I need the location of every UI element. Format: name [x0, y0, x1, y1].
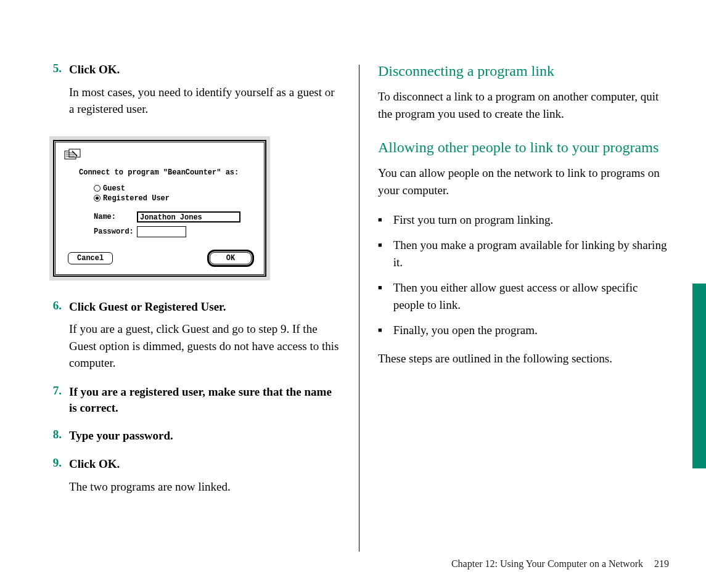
radio-label: Guest: [103, 184, 125, 193]
bullet-text: First you turn on program linking.: [393, 211, 554, 229]
list-item: ■ First you turn on program linking.: [378, 211, 669, 229]
step-number: 9.: [49, 456, 62, 472]
step-title: Click OK.: [69, 62, 120, 78]
page-content: 5. Click OK. In most cases, you need to …: [0, 0, 706, 552]
step-title: If you are a registered user, make sure …: [69, 384, 340, 415]
list-item: ■ Then you either allow guest access or …: [378, 279, 669, 313]
radio-group: Guest Registered User: [94, 184, 255, 203]
step-number: 8.: [49, 428, 62, 444]
step-title: Type your password.: [69, 428, 173, 444]
step-number: 5.: [49, 62, 62, 78]
chapter-label: Chapter 12: Using Your Computer on a Net…: [451, 558, 643, 569]
bullet-icon: ■: [378, 215, 382, 229]
bullet-text: Then you make a program available for li…: [393, 237, 669, 271]
cancel-button[interactable]: Cancel: [68, 252, 113, 264]
bullet-list: ■ First you turn on program linking. ■ T…: [378, 211, 669, 339]
heading-allowing: Allowing other people to link to your pr…: [378, 138, 669, 157]
list-item: ■ Then you make a program available for …: [378, 237, 669, 271]
radio-icon-selected: [94, 195, 101, 202]
name-label: Name:: [94, 213, 137, 221]
password-label: Password:: [94, 227, 137, 236]
paragraph: You can allow people on the network to l…: [378, 165, 669, 198]
paragraph: To disconnect a link to a program on ano…: [378, 88, 669, 122]
ok-button[interactable]: OK: [210, 252, 252, 264]
step-number: 7.: [49, 384, 62, 415]
radio-registered-user[interactable]: Registered User: [94, 194, 255, 203]
step-list: 5. Click OK. In most cases, you need to …: [49, 62, 340, 495]
edge-tab: [692, 284, 706, 468]
heading-disconnecting: Disconnecting a program link: [378, 62, 669, 81]
step-title: Click Guest or Registered User.: [69, 299, 226, 315]
step-body-text: The two programs are now linked.: [69, 478, 340, 496]
password-field-row: Password:: [94, 226, 255, 237]
step-6: 6. Click Guest or Registered User. If yo…: [49, 299, 340, 372]
left-column: 5. Click OK. In most cases, you need to …: [49, 62, 359, 552]
step-body-text: If you are a guest, click Guest and go t…: [69, 321, 340, 372]
program-link-icon: [64, 149, 81, 162]
radio-icon-unselected: [94, 185, 101, 192]
page-number: 219: [654, 558, 669, 569]
dialog-figure: Connect to program "BeanCounter" as: Gue…: [49, 136, 270, 280]
right-column: Disconnecting a program link To disconne…: [359, 62, 669, 552]
paragraph: These steps are outlined in the followin…: [378, 350, 669, 367]
name-field-row: Name: Jonathon Jones: [94, 211, 255, 223]
bullet-icon: ■: [378, 325, 382, 339]
bullet-text: Then you either allow guest access or al…: [393, 279, 669, 313]
dialog-prompt: Connect to program "BeanCounter" as:: [79, 168, 255, 177]
step-body-text: In most cases, you need to identify your…: [69, 84, 340, 118]
bullet-text: Finally, you open the program.: [393, 322, 538, 339]
step-8: 8. Type your password.: [49, 428, 340, 444]
password-input[interactable]: [137, 226, 186, 237]
list-item: ■ Finally, you open the program.: [378, 322, 669, 339]
step-9: 9. Click OK. The two programs are now li…: [49, 456, 340, 495]
step-number: 6.: [49, 299, 62, 315]
radio-guest[interactable]: Guest: [94, 184, 255, 193]
bullet-icon: ■: [378, 240, 382, 271]
page-footer: Chapter 12: Using Your Computer on a Net…: [451, 558, 669, 570]
step-title: Click OK.: [69, 456, 120, 472]
step-5: 5. Click OK. In most cases, you need to …: [49, 62, 340, 118]
radio-label: Registered User: [103, 194, 170, 203]
name-input[interactable]: Jonathon Jones: [137, 211, 240, 223]
bullet-icon: ■: [378, 283, 382, 313]
step-7: 7. If you are a registered user, make su…: [49, 384, 340, 415]
